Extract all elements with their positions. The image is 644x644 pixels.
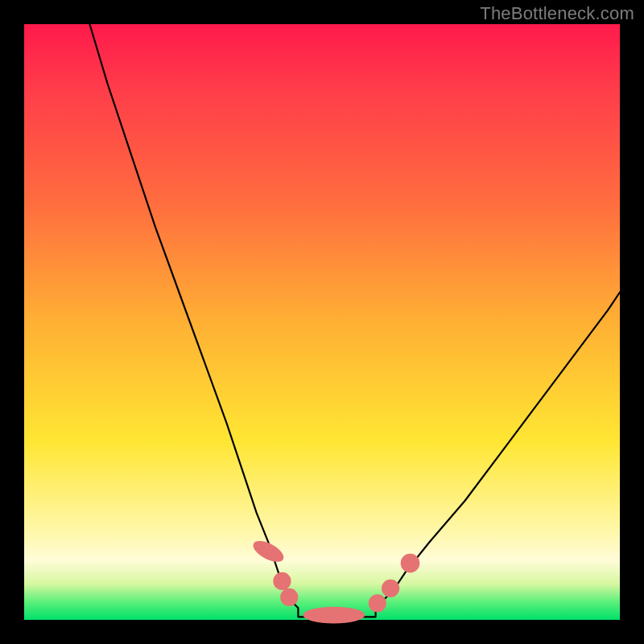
chart-svg — [24, 24, 620, 620]
plot-area — [24, 24, 620, 620]
marker-capsule-3 — [303, 607, 365, 624]
watermark-text: TheBottleneck.com — [480, 3, 634, 24]
chart-frame: TheBottleneck.com — [0, 0, 644, 644]
marker-dot-6 — [401, 554, 420, 573]
marker-dot-5 — [382, 580, 399, 597]
curve-path — [89, 24, 620, 617]
marker-dot-1 — [273, 572, 291, 590]
marker-dot-2 — [280, 588, 298, 606]
valley-markers — [250, 537, 420, 624]
bottleneck-curve — [89, 24, 620, 617]
marker-dot-4 — [369, 594, 386, 612]
